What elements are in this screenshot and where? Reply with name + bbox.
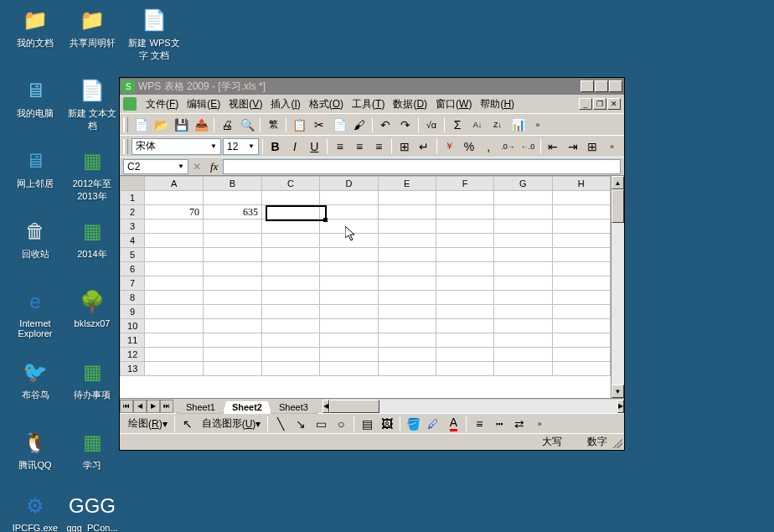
redo-icon[interactable]: ↷: [396, 116, 415, 134]
cell-D7[interactable]: [320, 276, 378, 291]
format-painter-icon[interactable]: 🖌: [350, 116, 369, 134]
menu-d[interactable]: 数据(D): [389, 96, 431, 113]
cell-D11[interactable]: [320, 333, 378, 348]
menu-e[interactable]: 编辑(E): [183, 96, 224, 113]
cell-F5[interactable]: [436, 248, 493, 262]
cell-A11[interactable]: [145, 333, 204, 348]
cell-F1[interactable]: [436, 191, 493, 205]
arrow-tool-icon[interactable]: ↘: [292, 415, 310, 433]
cell-G1[interactable]: [494, 191, 552, 205]
desktop-icon-腾讯QQ[interactable]: 🐧腾讯QQ: [8, 429, 62, 472]
toolbar-grip[interactable]: [123, 117, 128, 132]
borders-icon[interactable]: ⊞: [583, 137, 601, 156]
cell-H1[interactable]: [552, 191, 610, 205]
desktop-icon-新建 文本文档[interactable]: 📄新建 文本文档: [65, 77, 119, 132]
cell-C1[interactable]: [261, 191, 319, 205]
cell-H6[interactable]: [552, 262, 610, 276]
cell-A8[interactable]: [145, 291, 204, 305]
row-header-9[interactable]: 9: [121, 305, 145, 319]
new-icon[interactable]: 📄: [132, 116, 150, 134]
indent-dec-icon[interactable]: ⇤: [544, 137, 562, 156]
autoshapes-menu[interactable]: 自选图形(U)▾: [199, 415, 265, 433]
cell-F6[interactable]: [436, 262, 493, 276]
cell-H11[interactable]: [552, 333, 610, 348]
cell-E11[interactable]: [378, 333, 436, 348]
cell-C13[interactable]: [261, 362, 319, 376]
cell-D9[interactable]: [320, 305, 378, 319]
row-header-6[interactable]: 6: [121, 262, 145, 276]
cell-E6[interactable]: [378, 262, 436, 276]
cell-H2[interactable]: [552, 205, 610, 220]
menu-h[interactable]: 帮助(H): [476, 96, 519, 113]
comma-icon[interactable]: ,: [480, 137, 498, 156]
desktop-icon-网上邻居[interactable]: 🖥网上邻居: [8, 147, 62, 190]
cell-H10[interactable]: [552, 319, 610, 333]
row-header-12[interactable]: 12: [121, 348, 145, 362]
copy-icon[interactable]: 📄: [330, 116, 348, 134]
desktop-icon-IPCFG.exe[interactable]: ⚙IPCFG.exe: [8, 493, 62, 532]
cell-C8[interactable]: [261, 291, 319, 305]
cell-G11[interactable]: [494, 333, 552, 348]
cell-G2[interactable]: [494, 205, 552, 220]
cell-C7[interactable]: [261, 276, 319, 291]
sheet-table[interactable]: ABCDEFGH1270635345678910111213: [120, 176, 611, 376]
export-icon[interactable]: 📤: [192, 116, 210, 134]
cell-E8[interactable]: [378, 291, 436, 305]
cell-C3[interactable]: [261, 220, 319, 234]
cell-E2[interactable]: [378, 205, 436, 220]
sort-asc-icon[interactable]: A↓: [468, 116, 487, 134]
wrap-text-icon[interactable]: ↵: [415, 137, 432, 156]
indent-inc-icon[interactable]: ⇥: [564, 137, 581, 156]
underline-icon[interactable]: U: [306, 137, 323, 156]
cell-A12[interactable]: [145, 348, 204, 362]
close-button[interactable]: ✕: [609, 80, 622, 92]
increase-decimal-icon[interactable]: .0→: [499, 137, 517, 156]
select-all-corner[interactable]: [121, 177, 145, 191]
titlebar[interactable]: S WPS 表格 2009 - [学习.xls *] _ □ ✕: [120, 78, 624, 95]
cell-H5[interactable]: [552, 248, 610, 262]
more-icon[interactable]: »: [603, 137, 621, 156]
cell-G3[interactable]: [494, 220, 552, 234]
cell-E5[interactable]: [378, 248, 436, 262]
cell-A2[interactable]: 70: [145, 205, 204, 220]
cell-B3[interactable]: [203, 220, 261, 234]
fx-icon[interactable]: fx: [210, 160, 218, 173]
col-header-C[interactable]: C: [261, 177, 319, 191]
open-icon[interactable]: 📂: [152, 116, 170, 134]
cut-icon[interactable]: ✂: [310, 116, 328, 134]
menu-i[interactable]: 插入(I): [266, 96, 304, 113]
row-header-2[interactable]: 2: [121, 205, 145, 220]
textbox-icon[interactable]: ▤: [358, 415, 376, 433]
cell-D2[interactable]: [320, 205, 378, 220]
doc-restore-button[interactable]: ❐: [593, 98, 606, 110]
cell-B10[interactable]: [203, 319, 261, 333]
cell-C10[interactable]: [261, 319, 319, 333]
cell-F2[interactable]: [436, 205, 493, 220]
scroll-right-button[interactable]: ▶: [617, 400, 624, 413]
col-header-F[interactable]: F: [436, 177, 493, 191]
col-header-A[interactable]: A: [145, 177, 204, 191]
align-center-icon[interactable]: ≡: [350, 137, 368, 156]
cell-A13[interactable]: [145, 362, 204, 376]
select-tool-icon[interactable]: ↖: [178, 415, 197, 433]
cell-A3[interactable]: [145, 220, 204, 234]
draw-menu[interactable]: 绘图(R)▾: [125, 415, 171, 433]
cell-C2[interactable]: [261, 205, 319, 220]
cell-G10[interactable]: [494, 319, 552, 333]
menu-o[interactable]: 格式(O): [305, 96, 348, 113]
next-sheet-button[interactable]: ▶: [147, 400, 160, 413]
col-header-B[interactable]: B: [203, 177, 261, 191]
cell-A1[interactable]: [145, 191, 204, 205]
cell-D8[interactable]: [320, 291, 378, 305]
save-icon[interactable]: 💾: [172, 116, 190, 134]
print-icon[interactable]: 🖨: [218, 116, 236, 134]
cell-A6[interactable]: [145, 262, 204, 276]
desktop-icon-回收站[interactable]: 🗑回收站: [8, 218, 62, 261]
menu-t[interactable]: 工具(T): [348, 96, 389, 113]
cancel-formula-icon[interactable]: ✕: [188, 161, 205, 173]
first-sheet-button[interactable]: ⏮: [120, 400, 133, 413]
cell-A4[interactable]: [145, 234, 204, 248]
row-header-11[interactable]: 11: [121, 333, 145, 348]
row-header-4[interactable]: 4: [121, 234, 145, 248]
app-menu-icon[interactable]: [123, 97, 137, 111]
